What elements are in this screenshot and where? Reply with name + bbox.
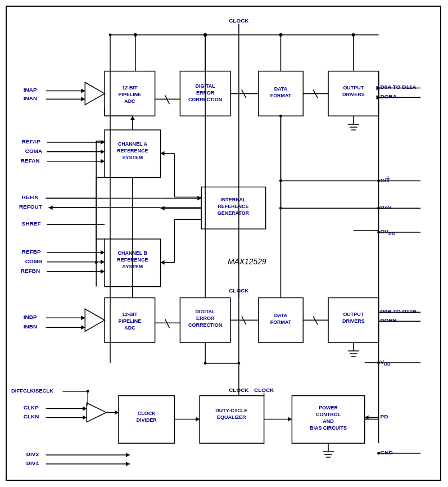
svg-text:GND: GND bbox=[381, 449, 393, 456]
svg-text:CLOCK: CLOCK bbox=[254, 387, 274, 393]
svg-text:FORMAT: FORMAT bbox=[270, 319, 292, 325]
svg-text:INTERNAL: INTERNAL bbox=[220, 197, 246, 202]
svg-point-189 bbox=[377, 452, 380, 455]
svg-text:DIVIDER: DIVIDER bbox=[137, 417, 157, 423]
svg-text:REFERENCE: REFERENCE bbox=[218, 204, 248, 209]
svg-text:DAV: DAV bbox=[381, 204, 392, 210]
svg-text:COMB: COMB bbox=[25, 258, 42, 264]
svg-text:PIPELINE: PIPELINE bbox=[118, 318, 141, 324]
svg-marker-227 bbox=[197, 196, 201, 200]
svg-text:SYSTEM: SYSTEM bbox=[122, 155, 143, 160]
svg-point-9 bbox=[352, 33, 355, 37]
svg-marker-200 bbox=[161, 260, 165, 265]
svg-line-55 bbox=[165, 319, 170, 328]
svg-marker-99 bbox=[81, 88, 85, 93]
svg-point-224 bbox=[95, 261, 98, 264]
svg-text:REFBN: REFBN bbox=[21, 268, 40, 274]
svg-text:SHREF: SHREF bbox=[22, 220, 41, 227]
svg-marker-192 bbox=[161, 206, 165, 210]
svg-point-214 bbox=[109, 33, 112, 36]
svg-text:OUTPUT: OUTPUT bbox=[343, 312, 364, 317]
svg-text:INAP: INAP bbox=[24, 87, 37, 93]
svg-text:POWER: POWER bbox=[319, 405, 338, 411]
svg-text:INBP: INBP bbox=[24, 314, 37, 320]
svg-text:REFAN: REFAN bbox=[21, 157, 40, 164]
clock-top-label: CLOCK bbox=[229, 17, 249, 24]
svg-marker-95 bbox=[85, 309, 105, 331]
svg-marker-109 bbox=[101, 150, 105, 154]
svg-text:PIPELINE: PIPELINE bbox=[118, 92, 141, 97]
svg-marker-151 bbox=[126, 462, 130, 466]
svg-text:12-BIT: 12-BIT bbox=[122, 85, 138, 91]
svg-marker-94 bbox=[85, 82, 105, 105]
svg-marker-153 bbox=[196, 417, 200, 421]
svg-text:DUTY-CYCLE: DUTY-CYCLE bbox=[215, 408, 247, 413]
svg-marker-229 bbox=[49, 205, 53, 210]
svg-text:DRIVERS: DRIVERS bbox=[342, 318, 365, 324]
svg-point-238 bbox=[279, 115, 282, 118]
svg-text:DIV2: DIV2 bbox=[26, 451, 39, 457]
svg-marker-106 bbox=[101, 140, 105, 145]
svg-line-15 bbox=[165, 95, 170, 104]
svg-text:CHANNEL A: CHANNEL A bbox=[118, 141, 148, 147]
svg-text:CORRECTION: CORRECTION bbox=[188, 322, 222, 328]
svg-marker-129 bbox=[101, 269, 105, 274]
svg-text:REFERENCE: REFERENCE bbox=[117, 148, 148, 154]
svg-text:REFAP: REFAP bbox=[22, 138, 41, 145]
svg-text:DRIVERS: DRIVERS bbox=[342, 92, 365, 97]
svg-marker-41 bbox=[130, 116, 135, 120]
svg-text:BIAS CIRCUITS: BIAS CIRCUITS bbox=[310, 425, 347, 431]
svg-text:INAN: INAN bbox=[24, 95, 37, 101]
svg-marker-148 bbox=[126, 453, 130, 457]
svg-marker-133 bbox=[81, 315, 85, 320]
svg-text:D0B TO D11B: D0B TO D11B bbox=[381, 308, 417, 314]
svg-text:DATA: DATA bbox=[274, 86, 288, 92]
svg-text:CLKN: CLKN bbox=[24, 413, 39, 420]
svg-text:GENERATOR: GENERATOR bbox=[218, 210, 250, 216]
svg-text:12-BIT: 12-BIT bbox=[122, 312, 138, 317]
svg-text:DIV4: DIV4 bbox=[26, 460, 39, 466]
svg-marker-196 bbox=[161, 151, 165, 156]
svg-point-249 bbox=[204, 362, 207, 364]
svg-text:ERROR: ERROR bbox=[196, 315, 215, 321]
svg-marker-96 bbox=[87, 403, 106, 422]
svg-text:FORMAT: FORMAT bbox=[270, 93, 292, 98]
svg-point-7 bbox=[279, 33, 282, 37]
svg-text:PD: PD bbox=[381, 413, 388, 420]
svg-text:REFOUT: REFOUT bbox=[19, 204, 42, 210]
svg-text:AND: AND bbox=[323, 418, 334, 424]
svg-text:DORA: DORA bbox=[381, 93, 397, 100]
svg-text:INBN: INBN bbox=[24, 323, 37, 330]
svg-text:DORB: DORB bbox=[381, 317, 397, 323]
svg-text:EQUALIZER: EQUALIZER bbox=[217, 414, 246, 420]
svg-text:CLOCK: CLOCK bbox=[138, 411, 156, 416]
svg-marker-123 bbox=[101, 250, 105, 255]
svg-text:CLKP: CLKP bbox=[24, 404, 39, 411]
svg-text:ADC: ADC bbox=[124, 325, 135, 331]
svg-point-234 bbox=[203, 33, 207, 37]
svg-marker-155 bbox=[115, 410, 119, 414]
svg-marker-112 bbox=[101, 159, 105, 164]
svg-marker-136 bbox=[81, 325, 85, 330]
svg-marker-89 bbox=[288, 417, 292, 421]
svg-text:REFIN: REFIN bbox=[22, 194, 39, 200]
svg-text:CONTROL: CONTROL bbox=[316, 412, 341, 417]
svg-text:D0A TO D11A: D0A TO D11A bbox=[381, 84, 417, 90]
svg-text:ADC: ADC bbox=[124, 98, 135, 104]
svg-marker-142 bbox=[83, 406, 87, 411]
diagram-container: CLOCK 12-BIT PIPELINE ADC DIGITAL ERROR … bbox=[6, 6, 441, 481]
chip-label: MAX12529 bbox=[228, 257, 266, 266]
circuit-diagram: CLOCK 12-BIT PIPELINE ADC DIGITAL ERROR … bbox=[7, 7, 440, 480]
svg-text:REFBP: REFBP bbox=[22, 249, 41, 255]
svg-text:G/T̄: G/T̄ bbox=[381, 177, 390, 183]
svg-text:DATA: DATA bbox=[274, 313, 288, 318]
svg-text:COMA: COMA bbox=[25, 148, 42, 154]
svg-text:DIFFCLK/SECLK: DIFFCLK/SECLK bbox=[11, 387, 53, 394]
svg-marker-145 bbox=[83, 415, 87, 420]
svg-text:OUTPUT: OUTPUT bbox=[343, 85, 364, 91]
svg-marker-102 bbox=[81, 97, 85, 101]
svg-marker-126 bbox=[101, 260, 105, 264]
svg-text:DIGITAL: DIGITAL bbox=[196, 309, 216, 314]
svg-rect-34 bbox=[105, 130, 160, 178]
